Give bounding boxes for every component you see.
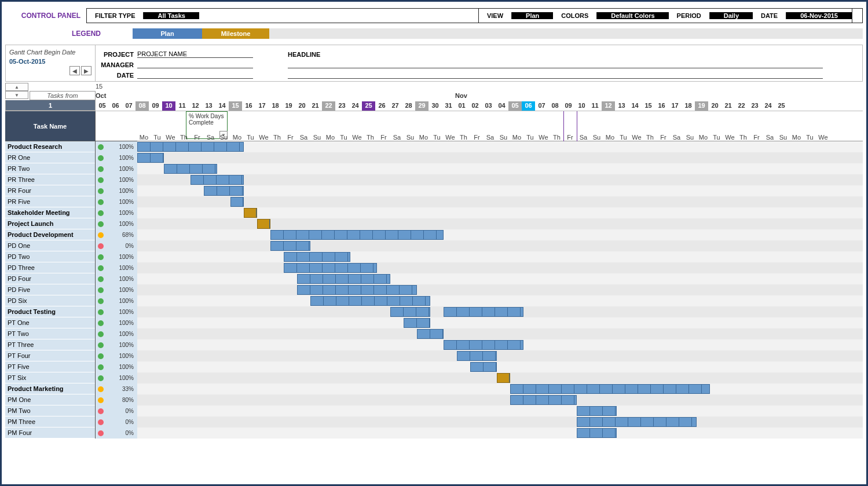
date-next-button[interactable]: ▶ [81,66,91,75]
manager-value[interactable] [137,68,253,68]
gantt-bar[interactable] [270,241,310,251]
headline-value-1[interactable] [288,68,823,68]
cal-day[interactable]: 14 [215,101,229,111]
cal-day[interactable]: 08 [135,101,149,111]
filter-type-value[interactable]: All Tasks [144,12,199,19]
cal-day[interactable]: 27 [389,101,402,111]
task-name-cell[interactable]: PD Two [5,251,95,262]
task-name-cell[interactable]: PM One [5,394,95,405]
task-name-cell[interactable]: PD Five [5,284,95,295]
task-name-cell[interactable]: PR Three [5,174,95,185]
cal-day[interactable]: 16 [655,101,668,111]
cal-day[interactable]: 28 [402,101,415,111]
gantt-bar[interactable] [310,296,430,306]
gantt-bar[interactable] [457,351,497,361]
task-name-cell[interactable]: PD One [5,240,95,251]
cal-day[interactable]: 03 [482,101,495,111]
task-name-cell[interactable]: Project Launch [5,218,95,229]
cal-day[interactable]: 09 [149,101,162,111]
header-date-value[interactable] [137,78,253,79]
cal-day[interactable]: 10 [162,101,175,111]
cal-day[interactable]: 25 [775,101,788,111]
gantt-bar[interactable] [577,417,697,427]
gantt-bar-milestone[interactable] [244,208,257,218]
cal-day[interactable]: 31 [442,101,455,111]
task-name-cell[interactable]: PD Six [5,295,95,306]
task-index[interactable]: 1 [5,100,96,111]
task-name-cell[interactable]: PR One [5,152,95,163]
cal-day[interactable]: 29 [415,101,428,111]
cal-day[interactable]: 17 [668,101,682,111]
cal-day[interactable]: 21 [309,101,322,111]
cal-day[interactable]: 07 [535,101,548,111]
gantt-bar[interactable] [510,384,710,394]
date-prev-button[interactable]: ◀ [69,66,80,75]
cal-day[interactable]: 24 [349,101,362,111]
cal-day[interactable]: 02 [468,101,482,111]
task-name-cell[interactable]: Product Research [5,141,95,152]
colors-value[interactable]: Default Colors [597,12,668,19]
cal-day[interactable]: 18 [682,101,695,111]
cal-day[interactable]: 26 [375,101,389,111]
task-name-cell[interactable]: PT Three [5,339,95,350]
gantt-bar[interactable] [284,263,377,273]
cal-day[interactable]: 12 [189,101,202,111]
task-name-cell[interactable]: PR Five [5,196,95,207]
cal-day[interactable]: 13 [202,101,215,111]
task-name-cell[interactable]: PT Two [5,328,95,339]
gantt-bar[interactable] [297,285,417,295]
cal-day[interactable]: 23 [748,101,761,111]
cal-day[interactable]: 09 [562,101,575,111]
gantt-bar[interactable] [390,307,430,317]
cal-day[interactable]: 14 [628,101,642,111]
task-name-cell[interactable]: PM Four [5,427,95,439]
task-name-cell[interactable]: PT Six [5,372,95,383]
gantt-bar[interactable] [444,340,523,350]
cal-day[interactable]: 07 [122,101,135,111]
task-name-cell[interactable]: Product Testing [5,306,95,317]
cal-day[interactable]: 19 [695,101,708,111]
scroll-down-button[interactable]: ▼ [5,91,28,99]
cal-day[interactable]: 19 [282,101,295,111]
task-name-cell[interactable]: PM Three [5,416,95,427]
cal-day[interactable]: 08 [548,101,562,111]
project-value[interactable]: PROJECT NAME [137,50,253,58]
task-name-cell[interactable]: PR Four [5,185,95,196]
gantt-bar[interactable] [417,329,444,339]
task-name-cell[interactable]: PR Two [5,163,95,174]
cal-day[interactable]: 05 [508,101,522,111]
task-name-cell[interactable]: Product Marketing [5,383,95,394]
cal-day[interactable]: 20 [295,101,309,111]
gantt-bar[interactable] [137,153,164,163]
cal-day[interactable]: 22 [322,101,335,111]
gantt-bar[interactable] [284,252,350,262]
gantt-bar[interactable] [444,307,523,317]
headline-value-2[interactable] [288,78,823,79]
task-name-cell[interactable]: Stakeholder Meeting [5,207,95,218]
gantt-bar[interactable] [577,406,617,416]
cal-day[interactable]: 10 [575,101,588,111]
gantt-bar[interactable] [164,164,217,174]
cal-day[interactable]: 11 [175,101,189,111]
gantt-bar[interactable] [204,186,244,196]
cal-day[interactable]: 25 [362,101,375,111]
cal-day[interactable]: 13 [615,101,628,111]
gantt-bar[interactable] [137,142,244,152]
cal-day[interactable]: 15 [642,101,655,111]
gantt-bar[interactable] [510,395,577,405]
cal-day[interactable]: 23 [335,101,349,111]
cal-day[interactable]: 06 [109,101,122,111]
gantt-bar[interactable] [270,230,444,240]
cal-day[interactable]: 30 [428,101,442,111]
cal-day[interactable]: 21 [721,101,735,111]
gantt-bar[interactable] [404,318,430,328]
task-name-cell[interactable]: PT Four [5,350,95,361]
view-value[interactable]: Plan [512,12,553,19]
task-name-cell[interactable]: PD Three [5,262,95,273]
date-value[interactable]: 06-Nov-2015 [786,12,852,19]
cal-day[interactable]: 06 [522,101,535,111]
cal-day[interactable]: 18 [269,101,282,111]
cal-day[interactable]: 04 [495,101,508,111]
task-name-cell[interactable]: PM Two [5,405,95,416]
cal-day[interactable]: 24 [761,101,775,111]
